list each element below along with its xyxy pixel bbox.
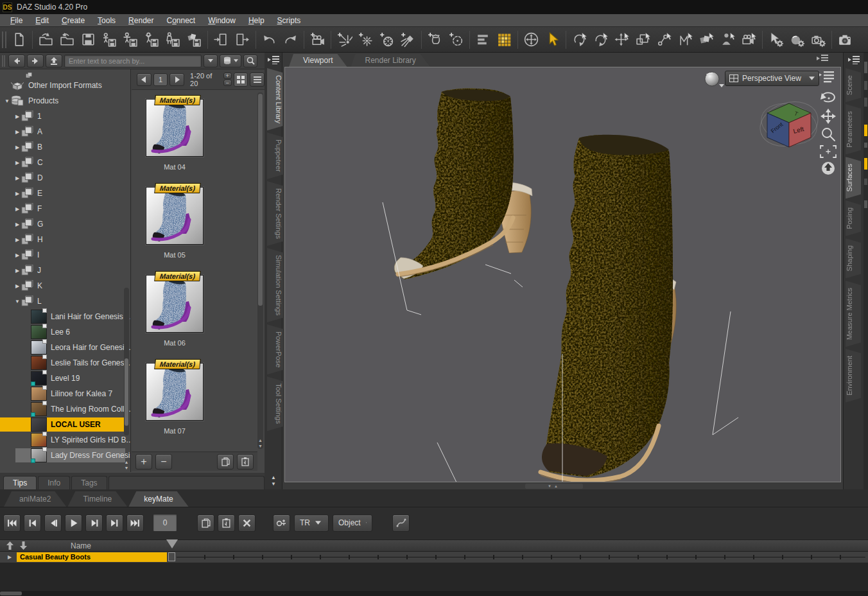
tree-item-h[interactable]: ▶H: [0, 232, 130, 247]
nav-forward-button[interactable]: [27, 55, 44, 67]
orbit-tool-icon[interactable]: [820, 92, 835, 101]
drawstyle-icon[interactable]: [705, 72, 724, 87]
list-view-button[interactable]: [250, 73, 265, 87]
menu-render[interactable]: Render: [122, 15, 160, 26]
tree-item-b[interactable]: ▶B: [0, 139, 130, 155]
tree-item-i[interactable]: ▶I: [0, 247, 130, 263]
camera-tool-button[interactable]: [738, 30, 759, 50]
viewport-splitter[interactable]: ▼▲: [282, 483, 843, 489]
anim-tab-animate2[interactable]: aniMate2: [4, 491, 66, 507]
collapsed-arrow-icon[interactable]: ▶: [14, 283, 21, 289]
scale-tool-button[interactable]: [632, 30, 654, 50]
aux-viewport-button[interactable]: [494, 30, 515, 50]
menu-tools[interactable]: Tools: [91, 15, 122, 26]
new-primitive-button[interactable]: [424, 30, 446, 50]
dock-tab-puppeteer[interactable]: Puppeteer: [267, 132, 282, 179]
zoom-out-button[interactable]: −: [223, 80, 232, 86]
new-null-button[interactable]: [446, 30, 467, 50]
tree-item-lilinoe-for-kalea-7[interactable]: Lilinoe for Kalea 7: [0, 386, 130, 401]
pane-options-icon[interactable]: [818, 71, 834, 82]
go-to-start-button[interactable]: [3, 514, 21, 532]
import-button[interactable]: [211, 30, 232, 50]
collapsed-arrow-icon[interactable]: ▶: [14, 160, 21, 166]
menu-window[interactable]: Window: [202, 15, 242, 26]
material-preview[interactable]: [146, 363, 204, 421]
new-point-light-button[interactable]: [355, 30, 376, 50]
step-forward-button[interactable]: [85, 514, 103, 532]
anim-tab-keymate[interactable]: keyMate: [128, 491, 188, 507]
name-column-header[interactable]: Name: [71, 541, 91, 550]
viewport-3d[interactable]: Top Front Left: [284, 67, 841, 482]
dock-tab-environment[interactable]: Environment: [846, 349, 861, 403]
page-prev-button[interactable]: [137, 73, 152, 86]
previous-keyframe-button[interactable]: [24, 514, 41, 532]
tree-item-other-import-formats[interactable]: Other Import Formats: [0, 78, 130, 93]
step-backward-button[interactable]: [44, 514, 62, 532]
tree-item-d[interactable]: ▶D: [0, 170, 130, 186]
new-camera-button[interactable]: [307, 30, 328, 50]
camera-selector-dropdown[interactable]: Perspective View: [725, 71, 819, 86]
expanded-arrow-icon[interactable]: ▼: [14, 299, 21, 304]
tree-item-local-user[interactable]: LOCAL USER: [0, 417, 130, 432]
tree-scroll-arrows[interactable]: ▲▼: [123, 459, 130, 471]
dock-tab-tool-settings[interactable]: Tool Settings: [267, 376, 282, 431]
thumbnail-scrollbar[interactable]: ▲▼: [257, 92, 263, 449]
pan-tool-icon[interactable]: [820, 109, 836, 124]
dock-tab-powerpose[interactable]: PowerPose: [267, 324, 282, 374]
dock-tab-simulation-settings[interactable]: Simulation Settings: [267, 248, 282, 322]
dock-tab-surfaces[interactable]: Surfaces: [846, 157, 861, 198]
zoom-tool-icon[interactable]: [822, 128, 835, 141]
dock-tab-render-settings[interactable]: Render Settings: [267, 181, 282, 246]
collapsed-arrow-icon[interactable]: ▶: [14, 175, 21, 181]
menu-edit[interactable]: Edit: [29, 15, 55, 26]
render-options-button[interactable]: [808, 30, 829, 50]
dock-tab-scene[interactable]: Scene: [846, 68, 861, 102]
material-card-mat-06[interactable]: Material(s)Mat 06: [146, 272, 223, 355]
frame-tool-icon[interactable]: [820, 146, 836, 157]
key-scope-dropdown[interactable]: Object: [333, 514, 372, 532]
keyframe-marker[interactable]: [168, 552, 175, 561]
figure-setup-tool-button[interactable]: [717, 30, 738, 50]
material-card-mat-07[interactable]: Material(s)Mat 07: [146, 360, 223, 443]
translate-tool-button[interactable]: [611, 30, 632, 50]
copy-keys-button[interactable]: [197, 514, 214, 532]
database-filter-button[interactable]: [220, 55, 241, 67]
dock-tab-parameters[interactable]: Parameters: [846, 104, 861, 155]
viewport-pane-menu-icon[interactable]: [816, 54, 829, 63]
joint-editor-tool-button[interactable]: [654, 30, 675, 50]
collapsed-pane-sliver[interactable]: [864, 53, 868, 489]
render-settings-button[interactable]: [786, 30, 808, 50]
paste-asset-button[interactable]: [237, 454, 254, 469]
info-tab-info[interactable]: Info: [38, 476, 70, 489]
home-view-icon[interactable]: [822, 162, 835, 175]
tree-item-1[interactable]: ▶1: [0, 109, 130, 124]
tabstrip-scroll-arrows[interactable]: ▲▼: [265, 475, 282, 487]
scene-navigator-button[interactable]: [473, 30, 494, 50]
tree-item-lani-hair-for-genesis[interactable]: Lani Hair for Genesis ...: [0, 309, 130, 324]
viewport-tab-viewport[interactable]: Viewport: [289, 54, 347, 67]
menu-help[interactable]: Help: [242, 15, 271, 26]
menu-create[interactable]: Create: [55, 15, 91, 26]
collapsed-arrow-icon[interactable]: ▶: [14, 114, 21, 119]
info-tab-tags[interactable]: Tags: [71, 476, 107, 489]
sort-down-icon[interactable]: [20, 541, 27, 550]
new-distant-light-button[interactable]: [334, 30, 355, 50]
play-button[interactable]: [65, 514, 82, 532]
search-button[interactable]: [243, 55, 257, 67]
nav-back-button[interactable]: [8, 55, 25, 67]
page-number[interactable]: 1: [153, 73, 168, 86]
tree-item-leslie-tails-for-genesi[interactable]: Leslie Tails for Genesi...: [0, 355, 130, 371]
pane-menu-icon[interactable]: [267, 55, 280, 64]
collapsed-arrow-icon[interactable]: ▶: [14, 268, 21, 274]
tree-item-the-living-room-colle[interactable]: The Living Room Colle...: [0, 401, 130, 417]
new-linear-point-light-button[interactable]: [376, 30, 397, 50]
collapsed-arrow-icon[interactable]: ▶: [14, 191, 21, 197]
timeline-track-row[interactable]: ▶ Casual Beauty Boots: [0, 552, 868, 563]
tree-item-leora-hair-for-genesi[interactable]: Leora Hair for Genesi...: [0, 340, 130, 355]
tree-item-lee-6[interactable]: Lee 6: [0, 324, 130, 340]
track-name-cell[interactable]: Casual Beauty Boots: [17, 552, 167, 562]
grid-view-button[interactable]: [234, 73, 248, 87]
collapsed-arrow-icon[interactable]: ▶: [14, 222, 21, 227]
save-wearables-preset-button[interactable]: [162, 30, 184, 50]
save-materials-preset-button[interactable]: [184, 30, 205, 50]
